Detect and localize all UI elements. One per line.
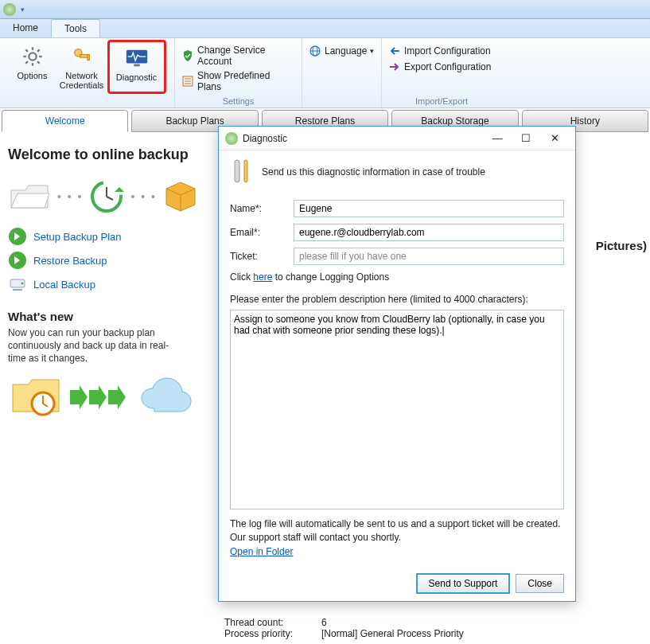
send-to-support-button[interactable]: Send to Support	[417, 574, 510, 593]
show-predefined-plans-button[interactable]: Show Predefined Plans	[178, 68, 298, 94]
process-priority-value: [Normal] General Process Priority	[321, 628, 464, 639]
options-label: Options	[18, 71, 48, 80]
name-label: Name*:	[230, 203, 294, 214]
svg-rect-31	[13, 289, 22, 291]
language-button[interactable]: Language ▾	[306, 43, 377, 59]
options-button[interactable]: Options	[9, 40, 56, 94]
import-arrow-icon	[388, 45, 401, 57]
svg-marker-34	[89, 385, 107, 409]
close-dialog-button[interactable]: Close	[516, 574, 564, 593]
svg-point-0	[29, 53, 36, 60]
diagnostic-dialog: Diagnostic — ☐ ✕ Send us this diagnostic…	[218, 126, 576, 602]
description-textarea[interactable]	[230, 310, 564, 509]
list-icon	[181, 75, 194, 88]
dialog-title: Diagnostic	[243, 133, 483, 144]
import-configuration-button[interactable]: Import Configuration	[385, 43, 494, 59]
settings-group-label: Settings	[175, 96, 302, 106]
svg-rect-37	[244, 160, 247, 182]
svg-line-24	[107, 197, 113, 200]
svg-rect-11	[88, 55, 89, 60]
thread-count-label: Thread count:	[224, 617, 304, 628]
show-predefined-plans-label: Show Predefined Plans	[197, 70, 295, 92]
qat-dropdown-icon[interactable]: ▾	[21, 6, 25, 14]
ribbon: Options Network Credentials Diagnostic C…	[0, 38, 650, 108]
app-icon	[3, 3, 16, 16]
change-service-account-button[interactable]: Change Service Account	[178, 43, 298, 68]
svg-line-6	[37, 61, 40, 64]
svg-marker-33	[70, 385, 88, 409]
chevron-down-icon: ▾	[370, 47, 374, 55]
gear-icon	[20, 44, 45, 69]
setup-backup-plan-label: Setup Backup Plan	[33, 231, 122, 243]
local-backup-label: Local Backup	[33, 279, 95, 291]
export-configuration-button[interactable]: Export Configuration	[385, 59, 494, 75]
import-configuration-label: Import Configuration	[404, 45, 491, 57]
logging-options-link[interactable]: here	[253, 271, 272, 283]
monitor-pulse-icon	[124, 45, 150, 71]
arrow-right-circle-icon	[8, 227, 27, 246]
open-in-folder-link[interactable]: Open in Folder	[230, 545, 293, 558]
tools-icon	[230, 158, 254, 185]
cloud-icon	[137, 377, 196, 418]
whats-new-text: Now you can run your backup plan continu…	[8, 326, 183, 365]
disk-icon	[8, 275, 27, 294]
dialog-header-text: Send us this diagnostic information in c…	[262, 166, 485, 178]
tab-welcome[interactable]: Welcome	[2, 110, 128, 132]
tab-home[interactable]: Home	[0, 19, 51, 37]
language-label: Language	[325, 45, 367, 57]
description-label: Please enter the problem description her…	[230, 294, 564, 305]
email-label: Email*:	[230, 227, 294, 238]
svg-marker-22	[115, 187, 124, 192]
svg-rect-36	[235, 160, 239, 182]
export-arrow-icon	[388, 60, 401, 73]
svg-line-5	[25, 49, 28, 52]
package-box-icon	[162, 178, 200, 216]
restore-backup-label: Restore Backup	[33, 255, 107, 267]
window-titlebar: ▾	[0, 0, 650, 19]
dialog-footer: Send to Support Close	[219, 566, 575, 601]
folder-open-icon	[8, 179, 53, 214]
clock-recycle-icon	[88, 178, 126, 216]
ticket-label: Ticket:	[230, 251, 294, 262]
status-area: Thread count:6 Process priority:[Normal]…	[224, 617, 464, 639]
minimize-button[interactable]: —	[483, 132, 512, 144]
svg-line-8	[37, 49, 40, 52]
logging-options-line: Click here to change Logging Options	[230, 271, 564, 283]
folder-clock-icon	[8, 375, 67, 420]
process-priority-label: Process priority:	[224, 628, 304, 639]
key-icon	[69, 44, 95, 69]
ticket-input[interactable]	[294, 248, 564, 265]
svg-rect-13	[134, 64, 140, 67]
dialog-titlebar: Diagnostic — ☐ ✕	[219, 127, 575, 150]
tab-tools[interactable]: Tools	[51, 19, 100, 37]
peek-text: Pictures)	[596, 239, 647, 252]
email-input[interactable]	[294, 224, 564, 241]
svg-line-7	[25, 61, 28, 64]
maximize-button[interactable]: ☐	[512, 132, 540, 144]
thread-count-value: 6	[321, 617, 327, 628]
svg-point-30	[21, 283, 24, 285]
menu-tabs: Home Tools	[0, 19, 650, 38]
app-icon	[225, 132, 238, 145]
svg-marker-35	[108, 385, 126, 409]
network-credentials-button[interactable]: Network Credentials	[58, 40, 106, 94]
dialog-header: Send us this diagnostic information in c…	[230, 158, 564, 185]
import-export-group-label: Import/Export	[382, 96, 501, 106]
network-credentials-label: Network Credentials	[60, 71, 104, 90]
arrows-right-icon	[70, 385, 134, 409]
globe-icon	[309, 45, 321, 57]
change-service-account-label: Change Service Account	[197, 45, 295, 67]
name-input[interactable]	[294, 200, 564, 217]
export-configuration-label: Export Configuration	[404, 61, 491, 72]
arrow-right-circle-icon	[8, 251, 27, 270]
dots-icon: • • •	[130, 190, 156, 203]
diagnostic-button[interactable]: Diagnostic	[107, 40, 166, 94]
close-button[interactable]: ✕	[540, 132, 569, 144]
dots-icon: • • •	[57, 190, 83, 203]
diagnostic-label: Diagnostic	[116, 72, 157, 82]
dialog-tail-text: The log file will automatically be sent …	[230, 517, 564, 558]
shield-icon	[181, 49, 194, 62]
